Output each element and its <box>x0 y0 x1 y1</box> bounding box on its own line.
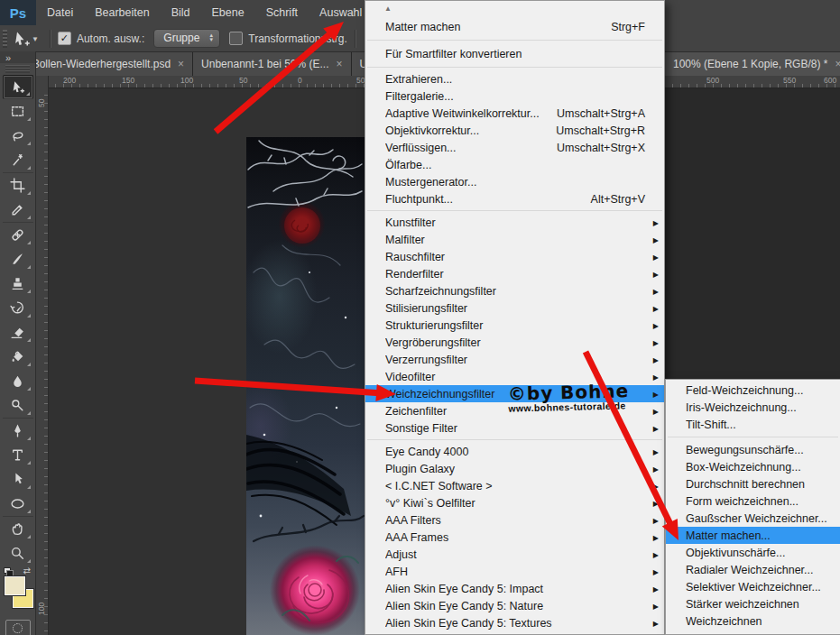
document-tab[interactable]: Unbenannt-1 bei 50% (E...× <box>193 51 351 76</box>
tool-preset-caret-icon[interactable]: ▼ <box>32 35 39 43</box>
blur-tool[interactable] <box>3 369 33 393</box>
filter-menu-item-v-kiwi-s-oelfilter[interactable]: °v° Kiwi`s Oelfilter▶ <box>365 494 664 511</box>
filter-menu-item-mustergenerator[interactable]: Mustergenerator... <box>365 173 664 190</box>
submenu-item-st-rker-weichzeichnen[interactable]: Stärker weichzeichnen <box>666 595 840 612</box>
tools-panel: » ⇄ <box>0 51 36 635</box>
filter-menu-item-renderfilter[interactable]: Renderfilter▶ <box>365 265 664 282</box>
filter-menu-item-aaa-filters[interactable]: AAA Filters▶ <box>365 511 664 529</box>
move-tool[interactable] <box>3 75 33 99</box>
menu-bearbeiten[interactable]: Bearbeiten <box>84 0 160 25</box>
filter-menu-item-strukturierungsfilter[interactable]: Strukturierungsfilter▶ <box>365 317 664 334</box>
filter-menu-item-aaa-frames[interactable]: AAA Frames▶ <box>365 529 664 546</box>
divider <box>355 30 355 48</box>
menu-item-shortcut: Alt+Strg+V <box>591 193 645 206</box>
magic-wand-tool[interactable] <box>3 148 33 173</box>
submenu-item-selektiver-weichzeichner[interactable]: Selektiver Weichzeichner... <box>666 578 840 595</box>
filter-menu-item-plugin-galaxy[interactable]: Plugin Galaxy▶ <box>365 460 664 477</box>
submenu-item-matter-machen[interactable]: Matter machen... <box>666 527 840 544</box>
history-brush-tool[interactable] <box>3 296 33 320</box>
filter-menu-item-verzerrungsfilter[interactable]: Verzerrungsfilter▶ <box>365 351 664 368</box>
eyedropper-tool[interactable] <box>3 198 33 223</box>
document-tab[interactable]: 3ollen-Wiederhergestellt.psd× <box>25 51 193 76</box>
document-tab[interactable]: 100% (Ebene 1 Kopie, RGB/8) *× <box>665 51 840 76</box>
paint-bucket-tool[interactable] <box>3 345 33 369</box>
filter-menu-item-verfl-ssigen[interactable]: Verflüssigen...Umschalt+Strg+X <box>365 139 664 156</box>
tab-close-icon[interactable]: × <box>178 58 184 70</box>
tools-panel-expand-button[interactable]: » <box>0 51 35 63</box>
filter-menu-item-alien-skin-eye-candy-5-textures[interactable]: Alien Skin Eye Candy 5: Textures▶ <box>365 614 664 631</box>
rectangular-marquee-tool[interactable] <box>3 99 33 124</box>
document-canvas-artwork[interactable] <box>246 137 365 635</box>
filter-menu-item-matter-machen[interactable]: Matter machenStrg+F <box>365 16 664 37</box>
filter-menu-item-i-c-net-software[interactable]: < I.C.NET Software >▶ <box>365 477 664 494</box>
menu-ebene[interactable]: Ebene <box>201 0 255 25</box>
filter-menu-item-vergr-berungsfilter[interactable]: Vergröberungsfilter▶ <box>365 334 664 351</box>
zoom-tool[interactable] <box>3 541 33 566</box>
submenu-item-gau-scher-weichzeichner[interactable]: Gaußscher Weichzeichner... <box>666 510 840 527</box>
submenu-item-radialer-weichzeichner[interactable]: Radialer Weichzeichner... <box>666 561 840 578</box>
filter-menu-item-fluchtpunkt[interactable]: Fluchtpunkt...Alt+Strg+V <box>365 190 664 207</box>
filter-menu-item-rauschfilter[interactable]: Rauschfilter▶ <box>365 248 664 265</box>
filter-menu-item-zeichenfilter[interactable]: Zeichenfilter▶ <box>365 402 664 419</box>
filter-menu-item-videofilter[interactable]: Videofilter▶ <box>365 368 664 385</box>
submenu-item-form-weichzeichnen[interactable]: Form weichzeichnen... <box>666 492 840 510</box>
filter-menu-item-sonstige-filter[interactable]: Sonstige Filter▶ <box>365 419 664 437</box>
filter-menu-item-objektivkorrektur[interactable]: Objektivkorrektur...Umschalt+Strg+R <box>365 122 664 139</box>
type-tool[interactable] <box>3 443 33 467</box>
submenu-item-objektivunsch-rfe[interactable]: Objektivunschärfe... <box>666 544 840 561</box>
filter-menu-item-weichzeichnungsfilter[interactable]: Weichzeichnungsfilter▶ <box>365 385 664 402</box>
dodge-tool[interactable] <box>3 393 33 419</box>
submenu-item-box-weichzeichnung[interactable]: Box-Weichzeichnung... <box>666 458 840 475</box>
auto-select-target-dropdown[interactable]: Gruppe ▲▼ <box>153 29 220 48</box>
filter-menu-item-afh[interactable]: AFH▶ <box>365 563 664 580</box>
menu-scroll-up-icon[interactable]: ▲ <box>365 1 664 16</box>
menu-schrift[interactable]: Schrift <box>255 0 309 25</box>
ellipse-tool[interactable] <box>3 492 33 517</box>
menu-bild[interactable]: Bild <box>161 0 201 25</box>
path-selection-tool[interactable] <box>3 467 33 492</box>
menu-item-label: Ölfarbe... <box>385 159 632 171</box>
submenu-item-iris-weichzeichnung[interactable]: Iris-Weichzeichnung... <box>666 399 840 416</box>
healing-brush-tool[interactable] <box>3 223 33 247</box>
submenu-item-tilt-shift[interactable]: Tilt-Shift... <box>666 416 840 433</box>
tools-panel-grip[interactable] <box>5 65 30 73</box>
filter-menu-item-eye-candy-4000[interactable]: Eye Candy 4000▶ <box>365 443 664 460</box>
menu-auswahl[interactable]: Auswahl <box>309 0 373 25</box>
filter-menu-item-extrahieren[interactable]: Extrahieren... <box>365 70 664 87</box>
eraser-tool[interactable] <box>3 320 33 345</box>
document-tabs: 3ollen-Wiederhergestellt.psd×Unbenannt-1… <box>25 51 376 76</box>
filter-menu-item-lfarbe[interactable]: Ölfarbe... <box>365 156 664 173</box>
crop-tool[interactable] <box>3 173 33 198</box>
submenu-item-weichzeichnen[interactable]: Weichzeichnen <box>666 612 840 630</box>
hand-tool[interactable] <box>3 517 33 541</box>
filter-menu-item-malfilter[interactable]: Malfilter▶ <box>365 231 664 248</box>
brush-tool[interactable] <box>3 247 33 271</box>
transform-controls-checkbox[interactable] <box>229 32 243 45</box>
filter-menu-item-alien-skin-eye-candy-5-nature[interactable]: Alien Skin Eye Candy 5: Nature▶ <box>365 597 664 614</box>
menu-datei[interactable]: Datei <box>36 0 84 25</box>
foreground-color-swatch[interactable] <box>5 576 25 595</box>
filter-menu-item-scharfzeichnungsfilter[interactable]: Scharfzeichnungsfilter▶ <box>365 282 664 299</box>
tab-close-icon[interactable]: × <box>337 58 343 70</box>
filter-menu-item-stilisierungsfilter[interactable]: Stilisierungsfilter▶ <box>365 299 664 317</box>
options-bar-grip[interactable] <box>3 30 7 48</box>
filter-menu-item-adaptive-weitwinkelkorrektur[interactable]: Adaptive Weitwinkelkorrektur...Umschalt+… <box>365 105 664 122</box>
filter-menu-item-kunstfilter[interactable]: Kunstfilter▶ <box>365 214 664 231</box>
submenu-item-durchschnitt-berechnen[interactable]: Durchschnitt berechnen <box>666 475 840 492</box>
menu-item-label: Stilisierungsfilter <box>385 302 632 315</box>
clone-stamp-tool[interactable] <box>3 271 33 296</box>
tab-close-icon[interactable]: × <box>835 58 840 70</box>
filter-menu-item-alien-skin-eye-candy-5-impact[interactable]: Alien Skin Eye Candy 5: Impact▶ <box>365 580 664 597</box>
submenu-item-feld-weichzeichnung[interactable]: Feld-Weichzeichnung... <box>666 382 840 399</box>
pen-tool[interactable] <box>3 419 33 443</box>
swap-colors-icon[interactable]: ⇄ <box>23 566 31 575</box>
default-colors-icon[interactable] <box>4 567 13 575</box>
filter-menu-item-adjust[interactable]: Adjust▶ <box>365 546 664 563</box>
quick-mask-button[interactable] <box>5 620 31 635</box>
submenu-item-bewegungsunsch-rfe[interactable]: Bewegungsunschärfe... <box>666 441 840 458</box>
auto-select-checkbox[interactable]: ✓ <box>58 32 71 45</box>
filter-menu-item-filtergalerie[interactable]: Filtergalerie... <box>365 87 664 105</box>
lasso-tool[interactable] <box>3 124 33 148</box>
menu-item-shortcut: Strg+F <box>611 21 645 33</box>
filter-menu-item-f-r-smartfilter-konvertieren[interactable]: Für Smartfilter konvertieren <box>365 43 664 64</box>
